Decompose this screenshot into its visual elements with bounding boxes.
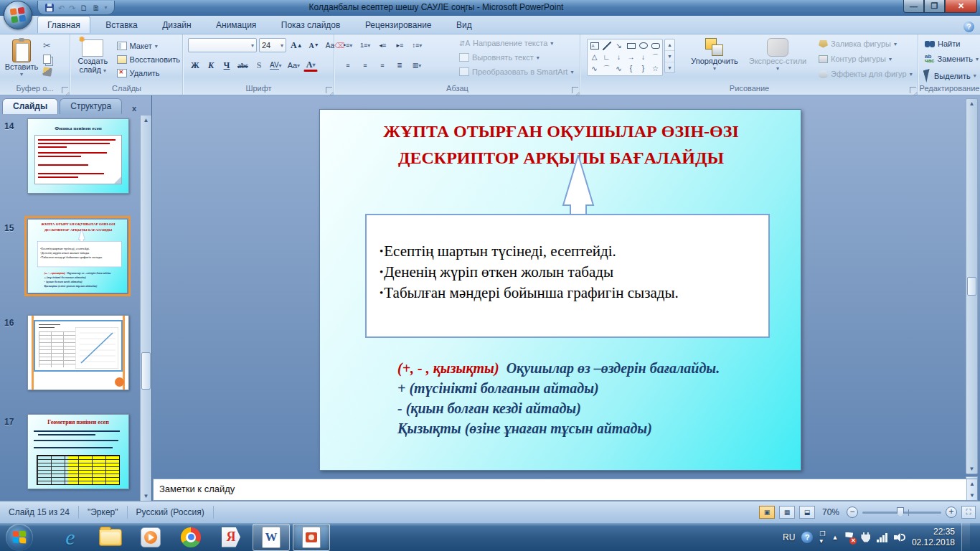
language-switcher[interactable]: RU	[783, 532, 795, 542]
normal-view-button[interactable]: ▣	[759, 506, 775, 519]
underline-button[interactable]: Ч	[220, 58, 234, 72]
tab-retsenzirovanie[interactable]: Рецензирование	[356, 17, 441, 33]
taskbar-icon-chrome[interactable]	[172, 524, 209, 551]
slide-content-box[interactable]: Есептің шартын түсінеді, есептейді. Дене…	[365, 214, 770, 338]
shape-rounded-rect-icon[interactable]	[649, 40, 661, 51]
tab-glavnaya[interactable]: Главная	[37, 16, 90, 33]
change-case-button[interactable]: Aa▾	[286, 58, 302, 72]
justify-button[interactable]: ≣	[392, 58, 407, 72]
drawing-dialog-launcher[interactable]	[910, 87, 916, 93]
font-color-button[interactable]: А▾	[303, 59, 318, 72]
text-shadow-button[interactable]: S	[252, 58, 266, 72]
columns-button[interactable]: ▥▾	[410, 58, 424, 72]
show-desktop-button[interactable]	[961, 523, 970, 551]
shrink-font-button[interactable]: А▼	[307, 38, 321, 52]
copy-button[interactable]	[43, 55, 51, 64]
paragraph-dialog-launcher[interactable]	[572, 87, 578, 93]
shapes-scroll-down-icon[interactable]: ▼	[665, 51, 674, 62]
decrease-indent-button[interactable]: ◂≡	[375, 38, 390, 52]
slideshow-button[interactable]: ⬓	[799, 506, 815, 519]
format-painter-button[interactable]	[42, 67, 52, 77]
editor-scroll-thumb[interactable]	[967, 277, 976, 296]
shape-textbox-icon[interactable]: A	[588, 40, 600, 51]
slide-15-thumbnail[interactable]: ЖҰПТА ОТЫРҒАН ОҚУШЫЛАР ӨЗІН-ӨЗІДЕСКРИПТО…	[27, 219, 128, 293]
strikethrough-button[interactable]: abc	[235, 58, 250, 72]
tab-pokaz-slaidov[interactable]: Показ слайдов	[272, 17, 350, 33]
panel-scroll-up-icon[interactable]: ▲	[141, 117, 151, 123]
restore-button[interactable]: ❐	[924, 0, 945, 13]
align-right-button[interactable]: ≡	[375, 58, 390, 72]
shape-star-icon[interactable]: ☆	[649, 63, 661, 74]
shape-brace-left-icon[interactable]: {	[625, 63, 637, 74]
start-button[interactable]	[6, 524, 33, 551]
clock[interactable]: 22:35 02.12.2018	[912, 527, 955, 548]
tab-dizain[interactable]: Дизайн	[153, 17, 200, 33]
slide-14-thumbnail[interactable]: Физика пәнінен есеп	[27, 118, 129, 194]
bold-button[interactable]: Ж	[188, 58, 202, 72]
help-icon[interactable]: ?	[963, 22, 974, 32]
convert-smartart-button[interactable]: Преобразовать в SmartArt▾	[457, 66, 575, 77]
reset-slide-button[interactable]: Восстановить	[115, 54, 182, 65]
shape-elbow-arrow-icon[interactable]: ↓	[613, 52, 625, 62]
shapes-scroll-up-icon[interactable]: ▲	[665, 39, 674, 51]
shape-arc-icon[interactable]: ∿	[613, 63, 625, 74]
show-hidden-icons[interactable]: ▲	[832, 534, 839, 541]
action-center-icon[interactable]	[844, 532, 854, 543]
shape-ellipse-icon[interactable]	[637, 40, 649, 51]
shape-callout-icon[interactable]: ⌒	[649, 52, 661, 62]
volume-icon[interactable]	[894, 532, 905, 542]
shape-curve-icon[interactable]: ⌒	[600, 63, 613, 74]
fit-to-window-button[interactable]: ⛶	[961, 506, 976, 519]
find-button[interactable]: Найти	[923, 38, 980, 50]
panel-scroll-down-icon[interactable]: ▼	[141, 493, 151, 499]
shape-arrow-icon[interactable]: ↘	[613, 40, 625, 51]
tab-vstavka[interactable]: Вставка	[96, 17, 147, 33]
shapes-more-icon[interactable]: ▼	[665, 62, 674, 73]
taskbar-icon-word[interactable]: W	[253, 524, 290, 551]
grow-font-button[interactable]: А▲	[288, 38, 305, 52]
increase-indent-button[interactable]: ▸≡	[392, 38, 407, 52]
notes-pane[interactable]: Заметки к слайду ▲ ▼	[153, 479, 978, 501]
taskbar-icon-internet-explorer[interactable]: e	[52, 524, 89, 551]
panel-scrollbar[interactable]: ▲ ▼	[140, 116, 151, 501]
bullets-button[interactable]: •≡▾	[341, 38, 355, 52]
zoom-percentage[interactable]: 70%	[819, 507, 842, 517]
shape-effects-button[interactable]: Эффекты для фигур▾	[816, 68, 915, 80]
shape-elbow-icon[interactable]: ∟	[600, 52, 613, 62]
up-arrow-shape[interactable]	[555, 155, 601, 215]
taskbar-icon-powerpoint[interactable]	[293, 524, 330, 551]
shape-scribble-icon[interactable]: ∿	[588, 63, 600, 74]
window-tray-icon[interactable]: ❐▾	[819, 530, 825, 545]
editor-scroll-up-icon[interactable]: ▲	[966, 100, 977, 107]
language-indicator[interactable]: Русский (Россия)	[128, 506, 214, 519]
power-icon[interactable]	[861, 532, 870, 542]
editor-scroll-down-icon[interactable]: ▼	[966, 466, 977, 472]
tab-animatsiya[interactable]: Анимация	[207, 17, 265, 33]
align-left-button[interactable]: ≡	[341, 58, 355, 72]
slide-footer-text[interactable]: (+, - , қызықты) Оқушылар өз –өздерін ба…	[397, 358, 785, 438]
shape-brace-right-icon[interactable]: }	[637, 63, 649, 74]
character-spacing-button[interactable]: AV▾	[268, 58, 284, 72]
align-text-button[interactable]: Выровнять текст▾	[457, 52, 575, 63]
zoom-in-button[interactable]: +	[946, 507, 957, 518]
slide-17-thumbnail[interactable]: Геометрия пәнінен есеп	[27, 414, 129, 489]
align-center-button[interactable]: ≡	[358, 58, 372, 72]
panel-tab-outline[interactable]: Структура	[60, 98, 122, 114]
shape-triangle-icon[interactable]: △	[588, 52, 600, 62]
taskbar-icon-explorer[interactable]	[92, 524, 129, 551]
shapes-gallery[interactable]: A ↘ △ ∟ ↓ → ↓ ⌒ ∿ ⌒ ∿ { }	[587, 39, 663, 76]
text-direction-button[interactable]: ⇵AНаправление текста▾	[457, 37, 575, 49]
zoom-slider-thumb[interactable]	[897, 507, 904, 517]
shape-block-arrow-down-icon[interactable]: ↓	[637, 52, 649, 62]
replace-button[interactable]: abчасЗаменить▾	[923, 53, 980, 65]
font-size-combo[interactable]: 24▾	[259, 38, 286, 52]
layout-button[interactable]: Макет▾	[115, 40, 182, 52]
font-dialog-launcher[interactable]	[326, 87, 332, 93]
editor-scrollbar[interactable]: ▲ ▼	[966, 98, 978, 474]
cut-button[interactable]: ✂	[43, 40, 52, 51]
slide-sorter-button[interactable]: ▦	[779, 506, 795, 519]
close-button[interactable]: ✕	[945, 0, 977, 13]
shape-rectangle-icon[interactable]	[625, 40, 637, 51]
slide-16-thumbnail[interactable]	[27, 315, 129, 390]
network-icon[interactable]	[877, 532, 887, 542]
